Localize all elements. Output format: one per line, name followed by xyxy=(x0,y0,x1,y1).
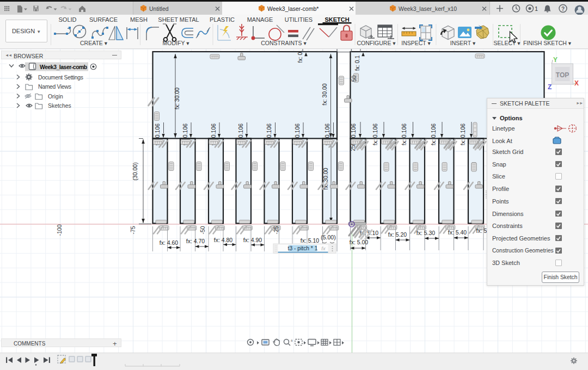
svg-text:SKETCH: SKETCH xyxy=(324,16,349,23)
svg-text:Document Settings: Document Settings xyxy=(38,75,83,81)
svg-text:50: 50 xyxy=(351,76,357,82)
svg-text:fx: 4.90: fx: 4.90 xyxy=(243,237,262,243)
svg-text:Z: Z xyxy=(548,83,552,91)
svg-text:fx: 30.00: fx: 30.00 xyxy=(322,168,329,189)
svg-text:Week3_laser_kerf_x10: Week3_laser_kerf_x10 xyxy=(399,5,457,12)
svg-text:t3 - pitch * 1: t3 - pitch * 1 xyxy=(288,245,318,251)
svg-text:SURFACE: SURFACE xyxy=(89,16,118,23)
svg-text:MANAGE: MANAGE xyxy=(247,16,273,23)
svg-text:fx: 4.60: fx: 4.60 xyxy=(160,239,179,246)
svg-text:INSPECT ▾: INSPECT ▾ xyxy=(401,40,431,46)
svg-text:fx: 5.30: fx: 5.30 xyxy=(416,230,436,236)
svg-text:CONSTRAINTS ▾: CONSTRAINTS ▾ xyxy=(261,40,307,46)
svg-text:Y: Y xyxy=(553,56,558,64)
svg-text:SOLID: SOLID xyxy=(58,16,76,23)
svg-text:X: X xyxy=(574,79,579,87)
svg-text:fx: 0.1: fx: 0.1 xyxy=(354,55,360,71)
svg-text:Origin: Origin xyxy=(48,94,63,100)
svg-text:fx: 5.40: fx: 5.40 xyxy=(448,229,467,236)
svg-text:-75: -75 xyxy=(130,226,136,234)
svg-text:(5.00): (5.00) xyxy=(321,234,335,240)
svg-text:fx: 5.00: fx: 5.00 xyxy=(350,239,369,245)
svg-text:fx: 30.00: fx: 30.00 xyxy=(321,83,328,105)
svg-text:fx: 0.106: fx: 0.106 xyxy=(401,124,407,145)
svg-text:fx: 30.00: fx: 30.00 xyxy=(174,88,180,109)
svg-text:-50: -50 xyxy=(199,226,206,234)
svg-text:1: 1 xyxy=(535,5,538,12)
svg-text:Named Views: Named Views xyxy=(38,84,71,90)
svg-text:INSERT ▾: INSERT ▾ xyxy=(450,40,476,46)
svg-text:TOP: TOP xyxy=(556,71,569,79)
svg-text:fx: 0.106: fx: 0.106 xyxy=(372,124,378,145)
svg-text:CREATE ▾: CREATE ▾ xyxy=(80,40,108,46)
svg-text:FINISH SKETCH ▾: FINISH SKETCH ▾ xyxy=(523,40,572,46)
svg-text:SHEET METAL: SHEET METAL xyxy=(158,16,199,23)
svg-text:Week3_laser-comb: Week3_laser-comb xyxy=(40,64,87,70)
svg-text:CONFIGURE ▾: CONFIGURE ▾ xyxy=(357,40,396,46)
svg-text:PLASTIC: PLASTIC xyxy=(210,16,235,23)
svg-text:MODIFY ▾: MODIFY ▾ xyxy=(163,40,190,46)
svg-text:fx: 5.20: fx: 5.20 xyxy=(388,231,407,238)
svg-text:fx: 0.106: fx: 0.106 xyxy=(430,124,437,145)
svg-text:MESH: MESH xyxy=(130,16,148,23)
svg-text:fx: 0.106: fx: 0.106 xyxy=(460,124,466,145)
svg-text:Sketches: Sketches xyxy=(48,103,71,109)
svg-text:-25: -25 xyxy=(273,226,279,234)
svg-text:?: ? xyxy=(561,6,565,12)
svg-text:Linetype: Linetype xyxy=(492,125,515,132)
svg-text:fx: 4.80: fx: 4.80 xyxy=(214,237,233,243)
svg-text:fx: 5.10: fx: 5.10 xyxy=(301,237,320,244)
svg-text:Options: Options xyxy=(500,115,523,121)
svg-text:Look At: Look At xyxy=(492,138,512,144)
svg-text:25: 25 xyxy=(350,145,356,151)
svg-text:±: ± xyxy=(291,338,293,342)
svg-text:fx: 4.70: fx: 4.70 xyxy=(186,238,205,244)
svg-text:SELECT ▾: SELECT ▾ xyxy=(494,40,521,46)
svg-text:Week3_laser-comb*: Week3_laser-comb* xyxy=(267,5,318,12)
svg-text:fx: 0.: fx: 0. xyxy=(297,51,303,63)
svg-text:(30.00): (30.00) xyxy=(132,162,138,180)
svg-text:Untitled: Untitled xyxy=(149,5,169,12)
svg-text:fx: fx xyxy=(321,245,326,251)
svg-text:UTILITIES: UTILITIES xyxy=(285,16,313,23)
svg-text:-100: -100 xyxy=(56,224,63,236)
